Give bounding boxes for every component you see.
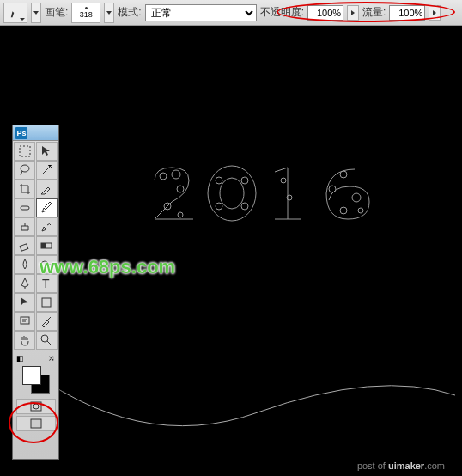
- footer-credit: post of uimaker.com: [357, 461, 445, 471]
- blend-mode-select[interactable]: 正常: [145, 4, 257, 21]
- svg-rect-27: [21, 317, 29, 324]
- svg-rect-26: [42, 298, 51, 307]
- canvas[interactable]: www.68ps.com post of uimaker.com: [0, 26, 462, 476]
- foreground-color[interactable]: [22, 366, 41, 385]
- svg-point-7: [216, 177, 222, 184]
- svg-point-8: [241, 177, 248, 184]
- flow-flyout[interactable]: [429, 5, 441, 21]
- options-bar: 画笔: 318 模式: 正常 不透明度: 流量:: [0, 0, 462, 26]
- svg-rect-23: [41, 243, 46, 248]
- notes-tool[interactable]: [14, 312, 35, 331]
- default-colors-icon[interactable]: ◧: [16, 354, 24, 363]
- curve-path: [17, 352, 455, 464]
- path-selection-tool[interactable]: [14, 293, 35, 312]
- quickmask-toggle[interactable]: [16, 399, 56, 414]
- opacity-label: 不透明度:: [260, 5, 304, 20]
- svg-text:T: T: [42, 277, 50, 290]
- svg-point-9: [216, 203, 222, 210]
- svg-point-19: [21, 165, 29, 172]
- eraser-tool[interactable]: [14, 236, 35, 255]
- lasso-tool[interactable]: [14, 161, 35, 180]
- svg-point-1: [172, 170, 180, 179]
- gradient-tool[interactable]: [36, 236, 58, 255]
- svg-rect-21: [20, 244, 28, 251]
- screen-mode-toggle[interactable]: [16, 416, 56, 431]
- svg-point-4: [178, 212, 183, 217]
- svg-rect-20: [21, 206, 29, 210]
- brush-label: 画笔:: [45, 5, 68, 20]
- slice-tool[interactable]: [36, 180, 58, 198]
- svg-point-5: [208, 166, 256, 221]
- svg-point-6: [220, 178, 244, 209]
- tools-panel-header[interactable]: Ps: [13, 125, 58, 141]
- svg-point-11: [281, 178, 286, 183]
- move-tool[interactable]: [36, 142, 58, 161]
- mode-label: 模式:: [118, 5, 141, 20]
- svg-point-30: [33, 404, 39, 409]
- svg-point-15: [352, 193, 361, 202]
- color-swatches[interactable]: [22, 366, 50, 394]
- svg-point-17: [358, 208, 363, 213]
- zoom-tool[interactable]: [36, 331, 58, 350]
- opacity-input[interactable]: [307, 5, 343, 21]
- watermark-68ps: www.68ps.com: [40, 256, 175, 278]
- history-brush-tool[interactable]: [36, 217, 58, 236]
- marquee-tool[interactable]: [14, 142, 35, 161]
- ps-logo-icon: Ps: [15, 127, 27, 139]
- svg-rect-18: [20, 146, 30, 156]
- magic-wand-tool[interactable]: [36, 161, 58, 180]
- brush-size-value: 318: [80, 10, 93, 19]
- brush-dropdown[interactable]: [104, 3, 114, 23]
- clone-stamp-tool[interactable]: [14, 217, 35, 236]
- flow-label: 流量:: [362, 5, 386, 20]
- svg-point-2: [177, 186, 184, 192]
- pen-tool[interactable]: [14, 274, 35, 293]
- svg-point-14: [329, 186, 336, 192]
- svg-point-10: [241, 203, 248, 210]
- svg-point-28: [41, 335, 48, 342]
- healing-brush-tool[interactable]: [14, 198, 35, 217]
- hand-tool[interactable]: [14, 331, 35, 350]
- blur-tool[interactable]: [14, 255, 35, 274]
- svg-point-13: [340, 171, 347, 178]
- tools-panel: Ps T ◧ ⤭: [12, 125, 59, 460]
- shape-tool[interactable]: [36, 293, 58, 312]
- swap-colors-icon[interactable]: ⤭: [48, 354, 55, 363]
- flow-input[interactable]: [389, 5, 425, 21]
- eyedropper-tool[interactable]: [36, 312, 58, 331]
- svg-rect-31: [31, 419, 41, 428]
- brush-preview[interactable]: 318: [71, 3, 100, 23]
- opacity-flyout[interactable]: [347, 5, 359, 21]
- tool-preset-dropdown[interactable]: [31, 3, 41, 23]
- svg-point-0: [160, 173, 167, 180]
- svg-point-16: [340, 207, 347, 214]
- brush-tool[interactable]: [36, 198, 58, 217]
- decorative-year-2016: [142, 159, 408, 236]
- tool-preset-picker[interactable]: [3, 3, 27, 23]
- crop-tool[interactable]: [14, 180, 35, 198]
